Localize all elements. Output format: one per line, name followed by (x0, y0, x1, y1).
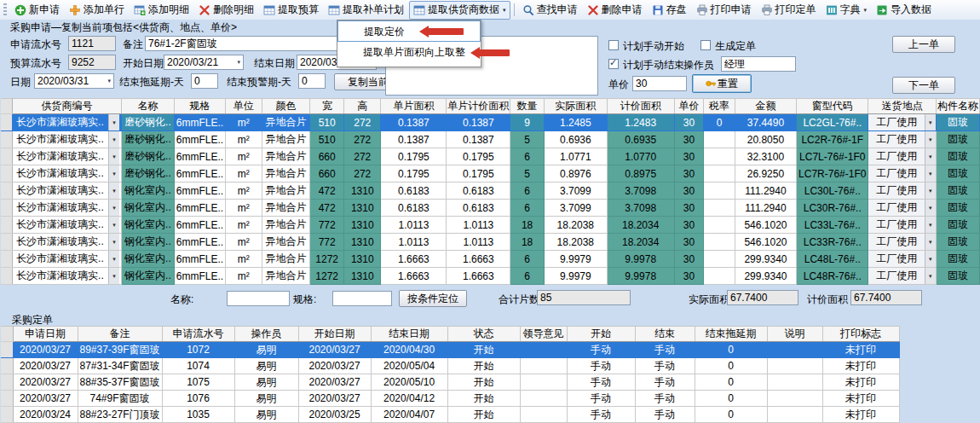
cell-dropdown-arrow[interactable]: ▾ (925, 268, 936, 284)
cell[interactable]: 18 (510, 234, 544, 251)
cell[interactable]: LC48R-76#.. (797, 268, 868, 285)
cell[interactable]: 固玻 (936, 234, 979, 251)
cell[interactable]: 0.6183 (447, 200, 510, 217)
budget-input[interactable] (68, 55, 116, 70)
cell[interactable]: 手动 (635, 391, 695, 407)
cell[interactable]: 异地合片 (262, 148, 310, 165)
cell[interactable]: 6mmFLE.. (174, 165, 225, 183)
table-row[interactable]: 2020/03/2488#23-27F门顶玻1035易明2020/03/2520… (1, 407, 899, 423)
cell[interactable]: 18.2038 (544, 234, 607, 251)
cell[interactable]: 易明 (234, 407, 298, 423)
table-row[interactable]: 2020/03/2787#31-34F窗固玻1074易明2020/03/2720… (1, 358, 899, 374)
cell[interactable]: 9.9979 (544, 251, 607, 268)
cell[interactable]: 660 (310, 165, 344, 183)
cell[interactable]: 0 (695, 374, 767, 391)
cell[interactable]: 1272 (310, 251, 344, 268)
cell[interactable]: 299.9340 (735, 268, 796, 285)
cell[interactable]: 9 (510, 114, 544, 131)
cell[interactable]: 0 (704, 114, 735, 131)
cell[interactable]: 1310 (344, 183, 381, 200)
cell[interactable]: 长沙市潇湘玻璃实..▾ (13, 148, 122, 165)
cell[interactable]: 开始 (447, 374, 520, 391)
cell[interactable]: 0.1795 (447, 165, 510, 183)
cell[interactable]: 2020/03/27 (298, 391, 371, 407)
cell[interactable]: 772 (310, 234, 344, 251)
cell[interactable]: 长沙市潇湘玻璃实..▾ (13, 234, 122, 251)
column-header[interactable]: 结束日期 (371, 327, 447, 342)
cell[interactable]: m² (226, 217, 262, 234)
table-row[interactable]: 长沙市潇湘玻璃实..▾钢化室内..6mmFLE..m²异地合片77213101.… (1, 234, 980, 251)
cell[interactable]: 1.6663 (447, 251, 510, 268)
cell[interactable]: 1310 (344, 200, 381, 217)
cell[interactable]: 9.9978 (607, 268, 674, 285)
cell[interactable]: 6mmFLE.. (174, 234, 225, 251)
cell[interactable]: 0 (695, 407, 767, 423)
cell[interactable]: 固玻 (936, 148, 979, 165)
cell[interactable]: 开始 (447, 391, 520, 407)
cell[interactable]: 472 (310, 200, 344, 217)
cell[interactable]: 1310 (344, 268, 381, 285)
start-date-select[interactable]: 2020/03/21▾ (164, 55, 244, 70)
cell[interactable]: 88#35-37F窗固玻 (78, 374, 162, 391)
column-header[interactable]: 打印标志 (822, 327, 899, 342)
cell[interactable]: 5 (510, 131, 544, 148)
toolbar-button[interactable]: 删除明细 (194, 1, 258, 20)
cell-dropdown-arrow[interactable]: ▾ (925, 148, 936, 165)
generate-order-checkbox[interactable] (700, 40, 711, 50)
cell[interactable]: 手动 (635, 358, 695, 374)
cell[interactable]: 30 (674, 251, 704, 268)
cell[interactable]: 1.0113 (447, 217, 510, 234)
cell[interactable]: 2020/05/10 (371, 374, 447, 391)
cell[interactable]: 未打印 (822, 358, 899, 374)
cell[interactable]: 0.1795 (381, 165, 447, 183)
menu-item[interactable]: 提取单片面积向上取整 (337, 42, 481, 63)
cell-dropdown-arrow[interactable]: ▾ (108, 114, 119, 130)
cell[interactable] (704, 148, 735, 165)
cell[interactable]: 钢化室内.. (121, 217, 174, 234)
cell[interactable]: m² (226, 148, 262, 165)
cell[interactable]: LC7R-76#-1F0 (797, 165, 868, 183)
cell[interactable]: 异地合片 (262, 183, 310, 200)
column-header[interactable]: 结束 (635, 327, 695, 342)
cell[interactable]: 30 (674, 183, 704, 200)
cell[interactable]: 2020/04/30 (371, 342, 447, 358)
column-header[interactable]: 计价面积 (607, 99, 674, 114)
cell[interactable]: 2020/05/04 (371, 358, 447, 374)
toolbar-button[interactable]: 存盘 (648, 1, 691, 20)
cell[interactable]: LC33R-76#.. (797, 234, 868, 251)
cell[interactable]: 钢化室内.. (121, 234, 174, 251)
cell[interactable]: LC7L-76#-1F0 (797, 148, 868, 165)
cell[interactable] (767, 358, 822, 374)
cell[interactable]: 易明 (234, 391, 298, 407)
cell[interactable]: 磨砂钢化.. (121, 114, 174, 131)
operator-input[interactable] (721, 56, 796, 72)
cell[interactable]: 0.1795 (447, 148, 510, 165)
column-header[interactable]: 单价 (674, 99, 704, 114)
column-header[interactable]: 单片面积 (381, 99, 447, 114)
cell[interactable]: 272 (344, 131, 381, 148)
cell-dropdown-arrow[interactable]: ▾ (925, 165, 936, 182)
cell[interactable]: 磨砂钢化.. (121, 148, 174, 165)
cell[interactable]: 5 (510, 165, 544, 183)
cell[interactable]: 1.2485 (544, 114, 607, 131)
cell[interactable]: 2020/03/27 (13, 358, 78, 374)
cell[interactable]: 磨砂钢化.. (121, 165, 174, 183)
cell[interactable]: 固玻 (936, 251, 979, 268)
table-row[interactable]: 长沙市潇湘玻璃实..▾钢化室内..6mmFLE..m²异地合片77213101.… (1, 217, 980, 234)
cell[interactable]: 3.7098 (607, 183, 674, 200)
manual-end-checkbox[interactable] (608, 59, 619, 69)
cell[interactable]: 0 (695, 358, 767, 374)
cell-dropdown-arrow[interactable]: ▾ (108, 165, 119, 182)
cell[interactable]: 6 (510, 200, 544, 217)
cell[interactable]: 手动 (635, 374, 695, 391)
cell[interactable]: 6 (510, 268, 544, 285)
table-row[interactable]: 长沙市潇湘玻璃实..▾钢化室内..6mmFLE..m²异地合片127213101… (1, 268, 980, 285)
toolbar-button[interactable]: 提取补单计划 (324, 1, 408, 20)
cell[interactable]: 手动 (567, 407, 635, 423)
cell[interactable]: 2020/04/07 (371, 407, 447, 423)
cell[interactable] (704, 131, 735, 148)
cell[interactable]: 2020/03/24 (13, 407, 78, 423)
cell[interactable]: 546.1020 (735, 234, 796, 251)
cell[interactable]: 固玻 (936, 165, 979, 183)
cell[interactable]: 易明 (234, 374, 298, 391)
